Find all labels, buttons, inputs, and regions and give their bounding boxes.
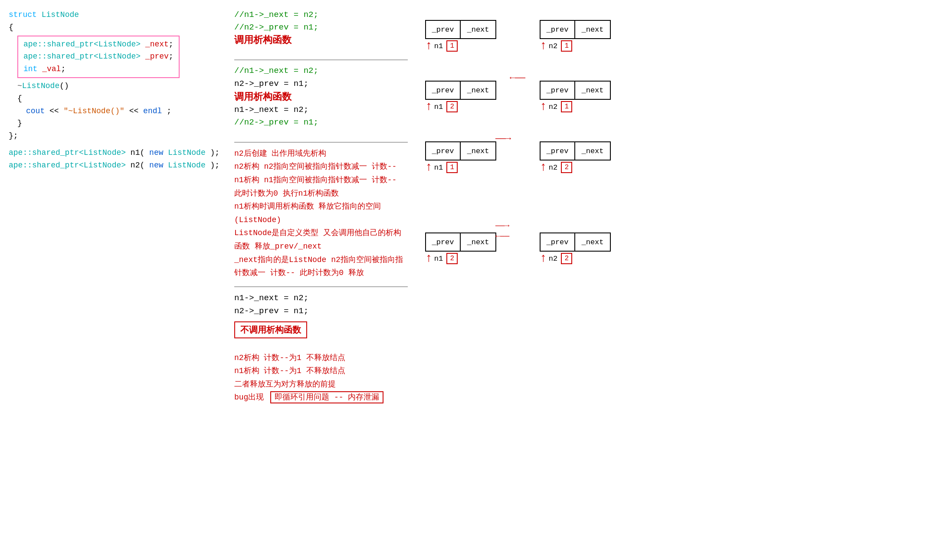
- s3-nocall: 不调用析构函数: [234, 321, 307, 338]
- mid-section-1: //n1->_next = n2; //n2->_prev = n1; 调用析构…: [234, 9, 408, 46]
- node1-box-d4: _prev _next: [425, 233, 496, 252]
- node2-prev-d4: _prev: [541, 233, 575, 251]
- n1-decl: ape::shared_ptr<ListNode> n1( new ListNo…: [9, 147, 226, 159]
- node2-label-d3: n2: [549, 164, 557, 172]
- field-prev: ape::shared_ptr<ListNode> _prev;: [23, 50, 174, 63]
- node1-next-d1: _next: [461, 21, 495, 38]
- node2-box-d4: _prev _next: [540, 233, 611, 252]
- fields-box: ape::shared_ptr<ListNode> _next; ape::sh…: [17, 36, 180, 78]
- node1-footer-d4: ↑ n1 2: [425, 252, 458, 265]
- node1-prev-d1: _prev: [426, 21, 461, 38]
- mid-section-2: //n1->_next = n2; n2->_prev = n1; 调用析构函数…: [234, 65, 408, 129]
- node2-next-d1: _next: [575, 21, 610, 38]
- node1-label-d3: n1: [434, 164, 443, 172]
- destructor-close: }: [17, 117, 226, 130]
- node1-next-d2: _next: [461, 82, 495, 99]
- brace-open: {: [9, 21, 226, 34]
- struct-line: struct ListNode: [9, 9, 226, 21]
- diagram-section-2: _prev _next ↑ n1 2 ←—— _prev: [425, 65, 938, 113]
- arrows-d4: ——→ ←——: [495, 221, 509, 240]
- node2-box-d2: _prev _next: [540, 81, 611, 100]
- node2-arrow-d3: ↑: [540, 161, 547, 174]
- b-exp1: n2析构 计数--为1 不释放结点: [234, 351, 408, 365]
- exp6: _next指向的是ListNode n2指向空间被指向指针数减一 计数-- 此时…: [234, 253, 408, 280]
- node1-footer-d2: ↑ n1 2: [425, 101, 458, 113]
- node2-wrapper-d3: _prev _next ↑ n2 2: [540, 141, 611, 174]
- s1-comment2: //n2->_prev = n1;: [234, 21, 408, 34]
- explanation-block: n2后创建 出作用域先析构 n2析构 n2指向空间被指向指针数减一 计数-- n…: [234, 147, 408, 280]
- s2-line2: n1->_next = n2;: [234, 103, 408, 116]
- destructor-sig-line: ~ListNode(): [17, 80, 226, 92]
- brace-close: };: [9, 130, 226, 142]
- node2-wrapper-d1: _prev _next ↑ n2 1: [540, 20, 611, 52]
- node2-footer-d3: ↑ n2 2: [540, 161, 572, 174]
- node2-prev-d1: _prev: [541, 21, 575, 38]
- separator-2: [234, 142, 408, 143]
- node2-next-d4: _next: [575, 233, 610, 251]
- node2-num-d3: 2: [561, 162, 572, 173]
- s3-line2: n2->_prev = n1;: [234, 305, 408, 318]
- node1-prev-d2: _prev: [426, 82, 461, 99]
- node1-num-d1: 1: [446, 40, 458, 52]
- node2-arrow-d1: ↑: [540, 40, 547, 52]
- node1-label-d1: n1: [434, 42, 443, 50]
- exp1: n2后创建 出作用域先析构: [234, 147, 408, 160]
- node2-footer-d1: ↑ n2 1: [540, 40, 572, 52]
- s1-call: 调用析构函数: [234, 33, 408, 46]
- node1-box-d2: _prev _next: [425, 81, 496, 100]
- node2-prev-d3: _prev: [541, 142, 575, 160]
- b-exp4-highlight: 即循环引用问题 -- 内存泄漏: [270, 391, 383, 403]
- middle-panel: //n1->_next = n2; //n2->_prev = n1; 调用析构…: [226, 4, 408, 556]
- node1-num-d2: 2: [446, 101, 458, 112]
- node2-label-d2: n2: [549, 103, 557, 111]
- node2-box-d3: _prev _next: [540, 141, 611, 160]
- node1-footer-d1: ↑ n1 1: [425, 40, 458, 52]
- node2-footer-d2: ↑ n2 1: [540, 101, 572, 113]
- field-next: ape::shared_ptr<ListNode> _next;: [23, 38, 174, 51]
- node2-box-d1: _prev _next: [540, 20, 611, 39]
- node2-next-d2: _next: [575, 82, 610, 99]
- n2-decl: ape::shared_ptr<ListNode> n2( new ListNo…: [9, 159, 226, 172]
- node1-arrow-d4: ↑: [425, 252, 433, 265]
- s2-line1: n2->_prev = n1;: [234, 77, 408, 90]
- right-panel: _prev _next ↑ n1 1 _prev _next: [408, 4, 938, 556]
- node1-prev-d4: _prev: [426, 233, 461, 251]
- node1-num-d3: 1: [446, 162, 458, 173]
- node1-box-d1: _prev _next: [425, 20, 496, 39]
- node2-arrow-d2: ↑: [540, 101, 547, 113]
- s3-line1: n1->_next = n2;: [234, 291, 408, 305]
- node1-wrapper-d3: _prev _next ↑ n1 1: [425, 141, 496, 174]
- b-exp4-text: bug出现: [234, 393, 264, 402]
- s2-comment1: //n1->_next = n2;: [234, 65, 408, 77]
- node2-wrapper-d4: _prev _next ↑ n2 2: [540, 233, 611, 265]
- node1-arrow-d1: ↑: [425, 40, 433, 52]
- node1-next-d3: _next: [461, 142, 495, 160]
- node1-label-d2: n1: [434, 103, 443, 111]
- node2-prev-d2: _prev: [541, 82, 575, 99]
- separator-3: [234, 286, 408, 287]
- node2-arrow-d4: ↑: [540, 252, 547, 265]
- node1-footer-d3: ↑ n1 1: [425, 161, 458, 174]
- node1-next-d4: _next: [461, 233, 495, 251]
- arrow-d2: ←——: [510, 73, 525, 83]
- arrow-d3: ——→: [495, 134, 511, 144]
- b-exp2: n1析构 计数--为1 不释放结点: [234, 364, 408, 378]
- mid-section-3: n1->_next = n2; n2->_prev = n1; 不调用析构函数: [234, 291, 408, 338]
- node2-num-d1: 1: [561, 40, 572, 52]
- diagram-section-3: _prev _next ↑ n1 1 ——→ _prev: [425, 126, 938, 174]
- node2-wrapper-d2: _prev _next ↑ n2 1: [540, 81, 611, 113]
- diagram-section-4: _prev _next ↑ n1 2 ——→ ←——: [425, 217, 938, 265]
- node2-num-d4: 2: [561, 253, 572, 264]
- s1-comment1: //n1->_next = n2;: [234, 9, 408, 21]
- destructor-body: cout << "~ListNode()" << endl ;: [26, 105, 226, 118]
- struct-keyword: struct: [9, 10, 37, 19]
- b-exp4: bug出现 即循环引用问题 -- 内存泄漏: [234, 391, 408, 404]
- node1-prev-d3: _prev: [426, 142, 461, 160]
- node2-num-d2: 1: [561, 101, 572, 112]
- node2-footer-d4: ↑ n2 2: [540, 252, 572, 265]
- exp3: n1析构 n1指向空间被指向指针数减一 计数-- 此时计数为0 执行n1析构函数: [234, 174, 408, 200]
- exp4: n1析构时调用析构函数 释放它指向的空间(ListNode): [234, 200, 408, 226]
- node2-label-d4: n2: [549, 255, 557, 263]
- node1-wrapper-d2: _prev _next ↑ n1 2: [425, 81, 496, 113]
- b-exp3: 二者释放互为对方释放的前提: [234, 378, 408, 391]
